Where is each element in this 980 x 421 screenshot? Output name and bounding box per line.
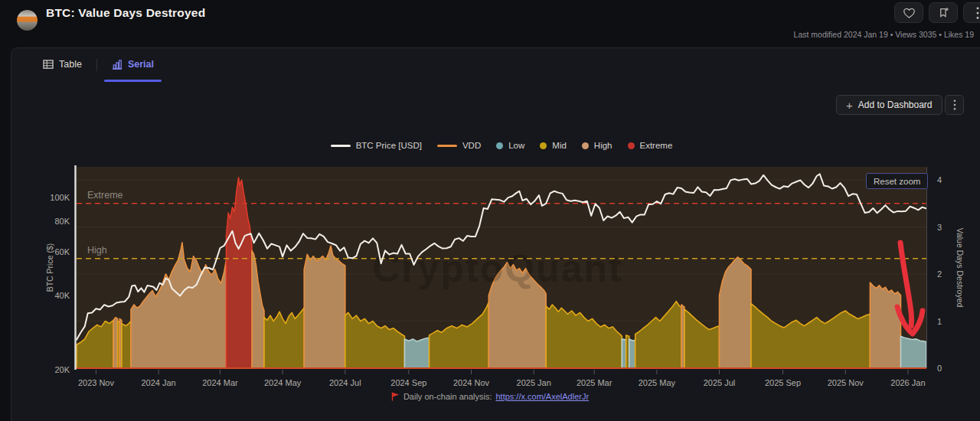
vdd-area-low: [405, 338, 430, 368]
reset-zoom-button[interactable]: Reset zoom: [866, 173, 928, 189]
author-avatar[interactable]: [17, 10, 38, 31]
tab-separator: [96, 59, 97, 71]
tab-table-label: Table: [59, 59, 82, 70]
right-tick-label: 1: [937, 317, 942, 326]
x-tick-label: 2024 May: [264, 378, 302, 387]
x-tick-label: 2025 Nov: [828, 378, 864, 387]
threshold-label-high: High: [87, 245, 107, 256]
vdd-area-low: [622, 339, 626, 368]
vdd-area-high: [113, 318, 117, 368]
x-tick-label: 2024 Sep: [390, 378, 426, 387]
chart-footnote: Daily on-chain analysis: https://x.com/A…: [0, 392, 980, 401]
x-tick-label: 2023 Nov: [78, 378, 115, 387]
add-to-dashboard-button[interactable]: + Add to Dashboard: [836, 95, 942, 115]
x-tick-label: 2024 Jan: [141, 378, 175, 387]
x-tick-label: 2025 May: [639, 378, 676, 387]
bookmark-add-icon: [938, 7, 949, 18]
tab-table[interactable]: Table: [40, 59, 85, 74]
red-flag-icon: [391, 392, 400, 401]
footnote-text: Daily on-chain analysis:: [403, 392, 492, 401]
vdd-area-mid: [122, 321, 131, 369]
right-tick-label: 4: [937, 175, 942, 184]
header-more-button[interactable]: [963, 2, 980, 23]
table-icon: [43, 60, 54, 69]
x-tick-label: 2026 Jan: [890, 378, 925, 387]
bookmark-add-button[interactable]: [929, 2, 958, 23]
tab-bar: Table Serial: [40, 54, 157, 80]
vdd-area-high: [870, 282, 900, 368]
kebab-menu-icon: [953, 100, 956, 110]
right-tick-label: 2: [937, 269, 942, 279]
left-tick-label: 80K: [54, 217, 70, 226]
right-axis-title: Value Days Destroyed: [956, 228, 965, 308]
tab-serial[interactable]: Serial: [109, 59, 157, 74]
kebab-menu-icon: [976, 7, 979, 19]
x-tick-label: 2024 Mar: [202, 378, 238, 387]
x-tick-label: 2025 Mar: [577, 378, 612, 387]
left-tick-label: 60K: [54, 247, 70, 256]
vdd-area-high: [304, 246, 345, 368]
meta-info: Last modified 2024 Jan 19 • Views 3035 •…: [794, 30, 974, 39]
x-tick-label: 2024 Jul: [329, 378, 361, 387]
vdd-area-low: [629, 339, 635, 368]
footnote-link[interactable]: https://x.com/AxelAdlerJr: [495, 392, 589, 401]
right-tick-label: 0: [937, 364, 942, 373]
page-title: BTC: Value Days Destroyed: [46, 6, 205, 20]
left-tick-label: 20K: [54, 365, 70, 374]
threshold-label-extreme: Extreme: [87, 190, 123, 201]
like-button[interactable]: [894, 2, 923, 23]
chart-more-button[interactable]: [945, 95, 964, 115]
bar-chart-icon: [112, 60, 122, 70]
x-tick-label: 2025 Sep: [765, 378, 801, 387]
vdd-chart: CryptoQuantExtremeHigh20K40K60K80K100K01…: [0, 130, 980, 421]
page: { "header": { "title": "BTC: Value Days …: [0, 0, 980, 421]
add-to-dashboard-label: Add to Dashboard: [858, 100, 933, 110]
x-tick-label: 2025 Jul: [704, 378, 736, 387]
heart-icon: [903, 8, 915, 18]
left-tick-label: 40K: [54, 291, 70, 300]
tab-serial-label: Serial: [128, 59, 154, 70]
x-tick-label: 2024 Nov: [453, 378, 490, 387]
right-tick-label: 3: [937, 223, 942, 232]
left-tick-label: 100K: [50, 193, 70, 202]
plus-icon: +: [846, 100, 853, 111]
x-tick-label: 2025 Jan: [517, 378, 551, 387]
left-axis-title: BTC Price ($): [45, 243, 54, 292]
header-actions: [894, 2, 980, 23]
